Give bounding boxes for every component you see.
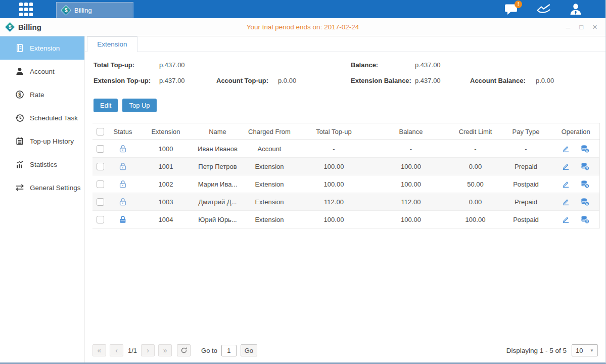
cell-charged-from: Extension bbox=[242, 211, 297, 229]
extension-table-body: 1000 Иван Иванов Account - - - - bbox=[92, 140, 599, 229]
edit-button[interactable]: Edit bbox=[94, 99, 118, 112]
svg-text:$: $ bbox=[586, 149, 588, 152]
tab-extension[interactable]: Extension bbox=[87, 36, 137, 52]
cell-pay-type: - bbox=[499, 140, 552, 158]
cell-balance: 112.00 bbox=[370, 193, 451, 211]
trial-period-notice: Your trial period ends on: 2017-02-24 bbox=[0, 23, 605, 31]
balance-value: p.437.00 bbox=[415, 61, 441, 69]
edit-row-pencil-icon[interactable] bbox=[562, 180, 570, 189]
col-header-status: Status bbox=[108, 123, 138, 140]
edit-row-pencil-icon[interactable] bbox=[562, 198, 570, 206]
col-header-credit-limit: Credit Limit bbox=[451, 123, 499, 140]
row-checkbox[interactable] bbox=[97, 198, 104, 206]
sidebar-item-label: Top-up History bbox=[30, 138, 74, 145]
billing-app-window: $ Billing ! bbox=[0, 0, 606, 364]
sidebar-item-topup-history[interactable]: Top-up History bbox=[0, 129, 84, 153]
sidebar-item-general-settings[interactable]: General Settings bbox=[0, 176, 84, 199]
cell-balance: - bbox=[370, 140, 451, 158]
table-row[interactable]: 1003 Дмитрий Д... Extension 112.00 112.0… bbox=[92, 193, 599, 211]
sidebar-item-account[interactable]: Account bbox=[0, 60, 84, 83]
svg-text:$: $ bbox=[586, 202, 588, 205]
rate-dollar-coin-icon: $ bbox=[15, 90, 24, 99]
billing-diamond-icon: $ bbox=[5, 22, 15, 32]
status-lock-toggle[interactable] bbox=[118, 162, 127, 171]
cell-charged-from: Extension bbox=[242, 158, 297, 175]
sidebar-item-extension[interactable]: Extension bbox=[0, 36, 84, 60]
notification-badge: ! bbox=[515, 1, 522, 8]
col-header-operation: Operation bbox=[552, 123, 599, 140]
topup-row-coins-icon[interactable]: $ bbox=[580, 145, 590, 153]
table-row[interactable]: 1001 Петр Петров Extension 100.00 100.00… bbox=[92, 158, 599, 175]
topup-row-coins-icon[interactable]: $ bbox=[580, 180, 590, 189]
lock-open-icon bbox=[118, 197, 127, 206]
sidebar-item-scheduled-task[interactable]: Scheduled Task bbox=[0, 106, 84, 129]
row-checkbox[interactable] bbox=[97, 163, 104, 170]
billing-diamond-icon: $ bbox=[61, 5, 71, 15]
resource-monitor-button[interactable] bbox=[536, 3, 551, 15]
app-launcher-grid-icon[interactable] bbox=[19, 3, 33, 16]
row-checkbox[interactable] bbox=[97, 145, 104, 153]
edit-row-pencil-icon[interactable] bbox=[562, 215, 570, 224]
svg-text:$: $ bbox=[586, 166, 588, 170]
notifications-button[interactable]: ! bbox=[504, 4, 518, 15]
col-header-extension: Extension bbox=[138, 123, 194, 140]
col-header-pay-type: Pay Type bbox=[499, 123, 552, 140]
previous-page-button[interactable]: ‹ bbox=[110, 344, 123, 356]
status-lock-toggle[interactable] bbox=[118, 144, 127, 153]
table-row[interactable]: 1000 Иван Иванов Account - - - - bbox=[92, 140, 599, 158]
minimize-icon[interactable]: – bbox=[566, 23, 570, 31]
table-row[interactable]: 1002 Мария Ива... Extension 100.00 100.0… bbox=[92, 175, 599, 193]
status-lock-toggle[interactable] bbox=[118, 197, 127, 206]
topup-row-coins-icon[interactable]: $ bbox=[580, 198, 590, 206]
page-size-value: 10 bbox=[576, 347, 583, 354]
goto-page-input[interactable] bbox=[221, 345, 237, 356]
topup-history-ledger-icon bbox=[15, 136, 24, 146]
edit-row-pencil-icon[interactable] bbox=[562, 162, 570, 171]
next-page-button[interactable]: › bbox=[141, 344, 155, 356]
page-indicator: 1/1 bbox=[128, 347, 137, 354]
chevron-down-icon: ▼ bbox=[590, 348, 594, 353]
extension-topup-value: p.437.00 bbox=[159, 77, 185, 84]
cell-credit-limit: - bbox=[451, 140, 499, 158]
cell-balance: 100.00 bbox=[370, 158, 451, 175]
row-checkbox[interactable] bbox=[97, 216, 104, 223]
cell-charged-from: Extension bbox=[242, 193, 297, 211]
cell-extension: 1004 bbox=[138, 211, 194, 229]
cell-total-topup: 100.00 bbox=[297, 158, 370, 175]
status-lock-toggle[interactable] bbox=[118, 215, 127, 224]
topup-row-coins-icon[interactable]: $ bbox=[580, 215, 590, 224]
user-account-button[interactable] bbox=[569, 3, 582, 16]
refresh-button[interactable] bbox=[177, 344, 191, 356]
goto-label: Go to bbox=[201, 347, 217, 354]
svg-text:$: $ bbox=[586, 219, 588, 223]
col-header-total-topup: Total Top-up bbox=[297, 123, 370, 140]
topup-row-coins-icon[interactable]: $ bbox=[580, 162, 590, 171]
cell-extension: 1003 bbox=[138, 193, 194, 211]
first-page-button[interactable]: « bbox=[92, 344, 106, 356]
sidebar: Extension Account $ Rate bbox=[0, 36, 85, 362]
taskbar-tab-billing[interactable]: $ Billing bbox=[56, 2, 133, 18]
table-header-row: Status Extension Name Charged From Total… bbox=[92, 123, 599, 140]
cell-extension: 1000 bbox=[138, 140, 194, 158]
displaying-range-text: Displaying 1 - 5 of 5 bbox=[506, 347, 567, 354]
cell-extension: 1001 bbox=[138, 158, 194, 175]
page-size-select[interactable]: 10 ▼ bbox=[572, 344, 598, 356]
account-balance-value: p.0.00 bbox=[536, 77, 554, 84]
last-page-button[interactable]: » bbox=[158, 344, 172, 356]
col-header-balance: Balance bbox=[370, 123, 451, 140]
edit-row-pencil-icon[interactable] bbox=[562, 145, 570, 153]
close-icon[interactable]: × bbox=[592, 23, 597, 31]
col-header-charged-from: Charged From bbox=[242, 123, 297, 140]
go-button[interactable]: Go bbox=[241, 344, 257, 356]
cell-charged-from: Account bbox=[242, 140, 297, 158]
sidebar-item-rate[interactable]: $ Rate bbox=[0, 83, 84, 106]
sidebar-item-statistics[interactable]: Statistics bbox=[0, 153, 84, 176]
cell-name: Мария Ива... bbox=[194, 175, 242, 193]
table-row[interactable]: 1004 Юрий Юрь... Extension 100.00 100.00… bbox=[92, 211, 599, 229]
status-lock-toggle[interactable] bbox=[118, 179, 127, 189]
maximize-icon[interactable]: □ bbox=[579, 24, 583, 30]
top-up-button[interactable]: Top Up bbox=[122, 99, 156, 112]
select-all-checkbox[interactable] bbox=[97, 128, 104, 135]
row-checkbox[interactable] bbox=[97, 180, 104, 188]
taskbar-tab-label: Billing bbox=[74, 7, 92, 14]
